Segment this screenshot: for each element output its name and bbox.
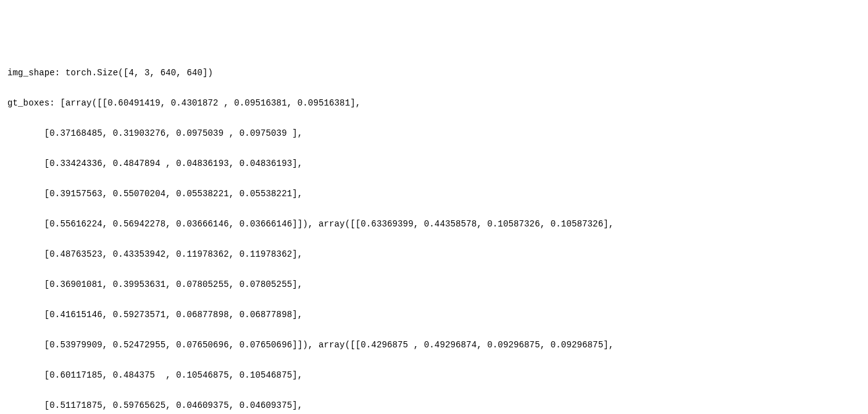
output-line: gt_boxes: [array([[0.60491419, 0.4301872… — [7, 96, 861, 111]
output-line: [0.41615146, 0.59273571, 0.06877898, 0.0… — [7, 307, 861, 323]
output-line: [0.53979909, 0.52472955, 0.07650696, 0.0… — [7, 337, 861, 353]
output-line: [0.39157563, 0.55070204, 0.05538221, 0.0… — [7, 186, 861, 202]
output-line: [0.37168485, 0.31903276, 0.0975039 , 0.0… — [7, 126, 861, 141]
output-line: [0.55616224, 0.56942278, 0.03666146, 0.0… — [7, 217, 861, 232]
output-line: [0.48763523, 0.43353942, 0.11978362, 0.1… — [7, 247, 861, 262]
output-line: [0.33424336, 0.4847894 , 0.04836193, 0.0… — [7, 156, 861, 172]
output-line: img_shape: torch.Size([4, 3, 640, 640]) — [7, 65, 861, 81]
output-line: [0.51171875, 0.59765625, 0.04609375, 0.0… — [7, 398, 861, 413]
output-line: [0.60117185, 0.484375 , 0.10546875, 0.10… — [7, 368, 861, 383]
output-line: [0.36901081, 0.39953631, 0.07805255, 0.0… — [7, 277, 861, 292]
